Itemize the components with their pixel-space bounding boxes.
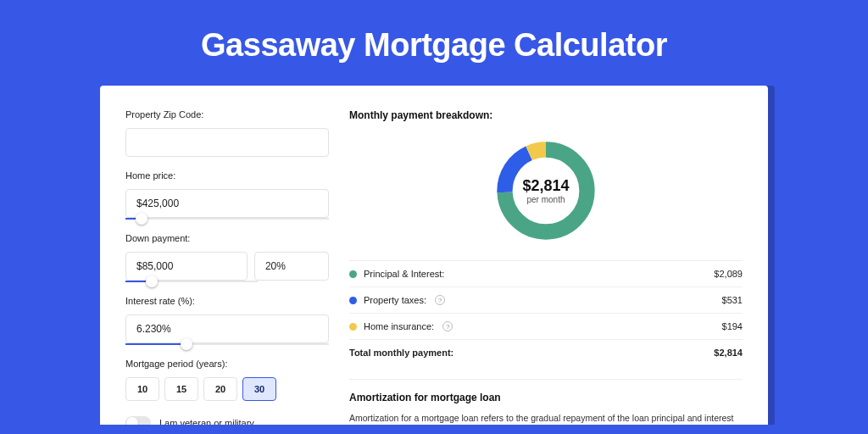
down-payment-amount-input[interactable] — [125, 252, 248, 281]
total-label: Total monthly payment: — [349, 348, 453, 358]
period-group: Mortgage period (years): 10152030 — [125, 359, 329, 401]
slider-thumb[interactable] — [181, 338, 192, 350]
legend-value: $2,089 — [714, 269, 743, 279]
calculator-card: Property Zip Code: Home price: Down paym… — [100, 86, 768, 425]
interest-rate-slider[interactable] — [125, 343, 329, 345]
amortization-section: Amortization for mortgage loan Amortizat… — [349, 379, 743, 425]
donut-center: $2,814 per month — [492, 136, 600, 245]
amortization-text: Amortization for a mortgage loan refers … — [349, 412, 743, 425]
breakdown-title: Monthly payment breakdown: — [349, 109, 743, 121]
period-label: Mortgage period (years): — [125, 359, 329, 369]
total-value: $2,814 — [714, 348, 743, 358]
legend: Principal & Interest:$2,089Property taxe… — [349, 261, 743, 365]
veteran-toggle[interactable] — [125, 416, 151, 425]
slider-thumb[interactable] — [136, 213, 147, 225]
period-option-20[interactable]: 20 — [203, 377, 237, 401]
toggle-knob — [126, 417, 138, 425]
legend-row-principal: Principal & Interest:$2,089 — [349, 261, 743, 287]
help-icon[interactable]: ? — [442, 321, 453, 331]
home-price-input[interactable] — [125, 189, 329, 218]
page-title: Gassaway Mortgage Calculator — [0, 0, 868, 86]
legend-row-total: Total monthly payment:$2,814 — [349, 340, 743, 365]
down-payment-slider[interactable] — [125, 281, 258, 282]
inputs-panel: Property Zip Code: Home price: Down paym… — [125, 109, 329, 425]
down-payment-percent-input[interactable] — [254, 252, 329, 281]
period-option-30[interactable]: 30 — [242, 377, 276, 401]
zip-input[interactable] — [125, 128, 329, 157]
legend-dot-principal — [349, 270, 357, 278]
veteran-row: I am veteran or military — [125, 416, 329, 425]
amortization-title: Amortization for mortgage loan — [349, 392, 743, 403]
legend-dot-taxes — [349, 297, 357, 304]
legend-row-taxes: Property taxes:?$531 — [349, 287, 743, 313]
divider — [349, 379, 743, 380]
interest-rate-label: Interest rate (%): — [125, 296, 329, 306]
home-price-label: Home price: — [125, 170, 329, 181]
donut-chart-wrap: $2,814 per month — [349, 133, 743, 260]
legend-value: $194 — [722, 321, 743, 331]
legend-label: Home insurance: — [364, 321, 434, 331]
breakdown-panel: Monthly payment breakdown: $2,814 per mo… — [349, 109, 743, 425]
interest-rate-group: Interest rate (%): — [125, 296, 329, 345]
legend-dot-insurance — [349, 323, 357, 331]
period-options: 10152030 — [125, 377, 329, 401]
legend-label: Property taxes: — [364, 295, 426, 305]
slider-thumb[interactable] — [146, 275, 158, 287]
zip-group: Property Zip Code: — [125, 109, 329, 157]
home-price-group: Home price: — [125, 170, 329, 220]
period-option-15[interactable]: 15 — [164, 377, 198, 401]
help-icon[interactable]: ? — [435, 295, 445, 305]
period-option-10[interactable]: 10 — [125, 377, 159, 401]
donut-amount: $2,814 — [522, 177, 569, 195]
donut-chart: $2,814 per month — [492, 136, 600, 245]
legend-row-insurance: Home insurance:?$194 — [349, 314, 743, 339]
legend-value: $531 — [722, 295, 743, 305]
donut-sub: per month — [526, 195, 565, 204]
down-payment-label: Down payment: — [125, 233, 329, 243]
zip-label: Property Zip Code: — [125, 109, 329, 120]
home-price-slider[interactable] — [125, 218, 329, 220]
interest-rate-input[interactable] — [125, 314, 329, 343]
legend-label: Principal & Interest: — [364, 269, 444, 279]
veteran-label: I am veteran or military — [159, 418, 254, 425]
down-payment-group: Down payment: — [125, 233, 329, 282]
